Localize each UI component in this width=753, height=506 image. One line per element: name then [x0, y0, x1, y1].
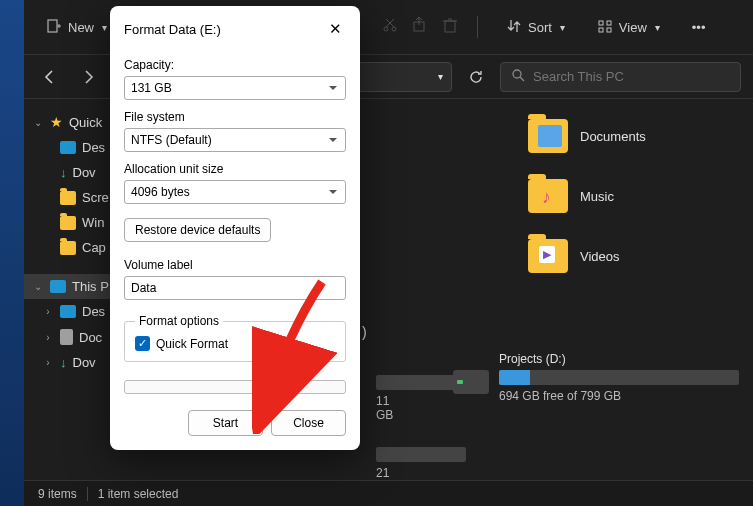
drive-bar-partial2 — [376, 447, 466, 462]
drive-free-partial2: 21 GB — [376, 466, 393, 480]
folder-icon — [60, 241, 76, 255]
folder-icon — [60, 191, 76, 205]
ellipsis-icon: ••• — [692, 20, 706, 35]
search-input[interactable] — [533, 69, 730, 84]
windows-taskbar — [0, 0, 24, 506]
chevron-down-icon: ▾ — [560, 22, 565, 33]
svg-rect-13 — [599, 28, 603, 32]
allocation-label: Allocation unit size — [124, 162, 346, 176]
format-dialog: Format Data (E:) ✕ Capacity: 131 GB File… — [110, 6, 360, 450]
svg-point-4 — [392, 27, 396, 31]
folder-documents[interactable]: Documents — [528, 119, 646, 153]
download-icon: ↓ — [60, 165, 67, 180]
status-bar: 9 items 1 item selected — [24, 480, 753, 506]
folder-icon — [528, 119, 568, 153]
svg-rect-8 — [445, 21, 455, 32]
status-selected: 1 item selected — [98, 487, 179, 501]
svg-point-15 — [513, 70, 521, 78]
sort-button[interactable]: Sort ▾ — [496, 12, 575, 43]
sort-label: Sort — [528, 20, 552, 35]
chevron-down-icon: ⌄ — [32, 281, 44, 292]
chevron-down-icon[interactable]: ▾ — [438, 71, 443, 82]
drive-icon — [453, 370, 489, 394]
new-button[interactable]: New ▾ — [36, 12, 117, 43]
svg-rect-11 — [599, 21, 603, 25]
drive-name: Projects (D:) — [499, 352, 739, 366]
drive-projects-d[interactable]: Projects (D:) 694 GB free of 799 GB — [453, 352, 739, 408]
svg-rect-14 — [607, 28, 611, 32]
dialog-title: Format Data (E:) — [124, 22, 221, 37]
capacity-select[interactable]: 131 GB — [124, 76, 346, 100]
desktop-icon — [60, 141, 76, 154]
svg-point-3 — [384, 27, 388, 31]
toolbar-divider — [477, 16, 478, 38]
volume-label-label: Volume label — [124, 258, 346, 272]
folder-icon — [528, 239, 568, 273]
cut-icon[interactable] — [381, 16, 399, 38]
start-button[interactable]: Start — [188, 410, 263, 436]
format-progress-bar — [124, 380, 346, 394]
chevron-right-icon: › — [42, 332, 54, 343]
refresh-button[interactable] — [462, 63, 490, 91]
search-icon — [511, 68, 525, 85]
drive-free-text: 694 GB free of 799 GB — [499, 389, 739, 403]
view-button[interactable]: View ▾ — [587, 12, 670, 43]
chevron-right-icon: › — [42, 357, 54, 368]
download-icon: ↓ — [60, 355, 67, 370]
new-label: New — [68, 20, 94, 35]
restore-defaults-button[interactable]: Restore device defaults — [124, 218, 271, 242]
close-icon[interactable]: ✕ — [325, 16, 346, 42]
svg-rect-0 — [48, 20, 57, 32]
status-item-count: 9 items — [38, 487, 77, 501]
filesystem-select[interactable]: NTFS (Default) — [124, 128, 346, 152]
format-options-group: Format options ✓ Quick Format — [124, 314, 346, 362]
chevron-down-icon: ▾ — [102, 22, 107, 33]
chevron-down-icon: ▾ — [655, 22, 660, 33]
drive-label-partial: ) — [362, 324, 367, 340]
folder-videos[interactable]: Videos — [528, 239, 620, 273]
forward-button[interactable] — [74, 63, 102, 91]
pc-icon — [50, 280, 66, 293]
status-divider — [87, 487, 88, 501]
new-icon — [46, 18, 62, 37]
share-icon[interactable] — [411, 16, 429, 38]
quick-format-label: Quick Format — [156, 337, 228, 351]
chevron-down-icon: ⌄ — [32, 117, 44, 128]
drive-free-partial: 11 GB — [376, 394, 393, 422]
folder-icon — [528, 179, 568, 213]
view-label: View — [619, 20, 647, 35]
svg-rect-12 — [607, 21, 611, 25]
capacity-label: Capacity: — [124, 58, 346, 72]
format-options-legend: Format options — [135, 314, 223, 328]
star-icon: ★ — [50, 114, 63, 130]
volume-label-input[interactable]: Data — [124, 276, 346, 300]
search-box[interactable] — [500, 62, 741, 92]
folder-music[interactable]: Music — [528, 179, 614, 213]
drive-capacity-bar — [499, 370, 739, 385]
more-button[interactable]: ••• — [682, 14, 716, 41]
close-button[interactable]: Close — [271, 410, 346, 436]
drive-fill — [499, 370, 530, 385]
sort-icon — [506, 18, 522, 37]
chevron-right-icon: › — [42, 306, 54, 317]
allocation-select[interactable]: 4096 bytes — [124, 180, 346, 204]
trash-icon[interactable] — [441, 16, 459, 38]
svg-line-16 — [520, 77, 524, 81]
back-button[interactable] — [36, 63, 64, 91]
desktop-icon — [60, 305, 76, 318]
folder-icon — [60, 216, 76, 230]
document-icon — [60, 329, 73, 345]
view-icon — [597, 18, 613, 37]
quick-format-checkbox[interactable]: ✓ — [135, 336, 150, 351]
filesystem-label: File system — [124, 110, 346, 124]
